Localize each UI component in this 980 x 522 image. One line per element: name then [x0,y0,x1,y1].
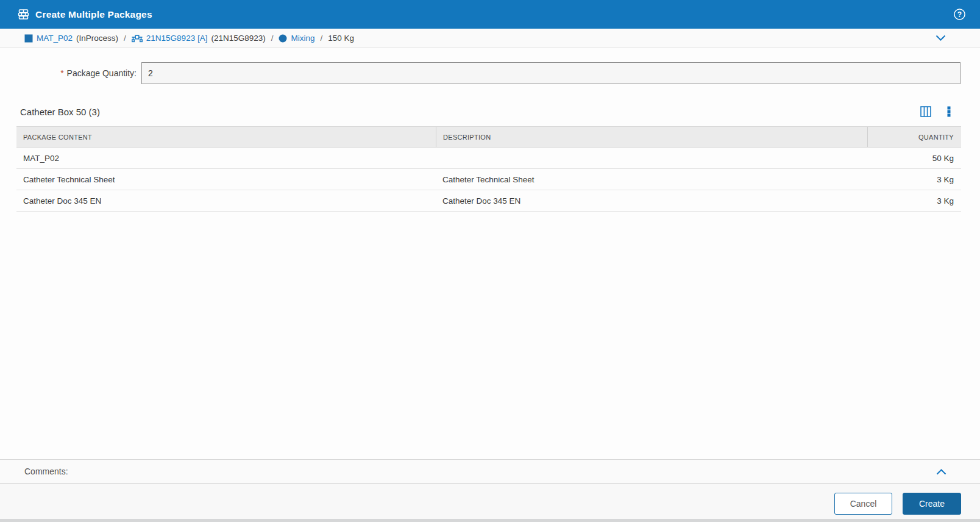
table-row[interactable]: MAT_P02 50 Kg [16,148,961,169]
breadcrumb-item-step: Mixing [279,34,314,43]
svg-text:?: ? [957,10,962,19]
table-row[interactable]: Catheter Technical Sheet Catheter Techni… [16,169,961,190]
breadcrumb-separator: / [124,34,126,43]
material-square-icon [24,34,33,43]
cell-description: Catheter Technical Sheet [436,175,867,184]
step-circle-icon [279,34,287,43]
cell-package-content: MAT_P02 [16,154,436,163]
packages-stack-icon [17,8,30,21]
cell-quantity: 3 Kg [867,175,961,184]
cell-quantity: 3 Kg [867,196,961,206]
step-link[interactable]: Mixing [291,34,314,43]
sublot-link[interactable]: 21N15G8923 [A] [146,34,208,43]
help-icon[interactable]: ? [953,8,966,21]
create-button[interactable]: Create [903,493,961,515]
column-chooser-icon[interactable] [920,106,931,117]
breadcrumb-separator: / [321,34,323,43]
material-link[interactable]: MAT_P02 [37,34,73,43]
required-asterisk: * [60,68,63,78]
window-bottom-edge [0,519,980,522]
cancel-button[interactable]: Cancel [834,493,892,515]
footer-action-bar: Cancel Create [0,484,980,522]
comments-bar[interactable]: Comments: [0,459,980,484]
package-quantity-row: *Package Quantity: [0,62,980,85]
cell-package-content: Catheter Technical Sheet [16,175,436,184]
cell-quantity: 50 Kg [867,154,961,163]
table-row[interactable]: Catheter Doc 345 EN Catheter Doc 345 EN … [16,190,961,212]
package-content-table: PACKAGE CONTENT DESCRIPTION QUANTITY MAT… [16,126,961,212]
sublot-icon [132,34,143,43]
comments-collapse-chevron-up-icon[interactable] [936,468,946,475]
breadcrumb-item-material: MAT_P02 (InProcess) [24,34,118,43]
breadcrumb-separator: / [271,34,274,43]
page-title: Create Multiple Packages [35,9,152,20]
cell-description: Catheter Doc 345 EN [436,196,867,206]
title-bar: Create Multiple Packages ? [0,0,980,29]
context-expand-chevron-down-icon[interactable] [936,35,946,41]
breadcrumb-item-quantity: 150 Kg [328,34,354,43]
column-header-quantity[interactable]: QUANTITY [867,127,961,147]
material-state: (InProcess) [76,34,118,43]
context-quantity: 150 Kg [328,34,354,43]
cell-package-content: Catheter Doc 345 EN [16,196,436,206]
breadcrumb-item-sublot: 21N15G8923 [A] (21N15G8923) [132,34,266,43]
breadcrumb: MAT_P02 (InProcess) / 21N15G8923 [A] (21… [0,29,980,48]
column-header-description[interactable]: DESCRIPTION [436,127,867,147]
comments-label: Comments: [24,467,68,476]
column-header-package-content[interactable]: PACKAGE CONTENT [16,127,436,147]
kebab-menu-icon[interactable] [947,106,951,117]
sublot-alt-id: (21N15G8923) [211,34,265,43]
package-section-title: Catheter Box 50 (3) [20,107,100,117]
package-quantity-label: *Package Quantity: [0,68,137,78]
table-header-row: PACKAGE CONTENT DESCRIPTION QUANTITY [16,126,961,148]
package-quantity-input[interactable] [141,62,960,84]
package-section-header: Catheter Box 50 (3) [20,103,951,120]
